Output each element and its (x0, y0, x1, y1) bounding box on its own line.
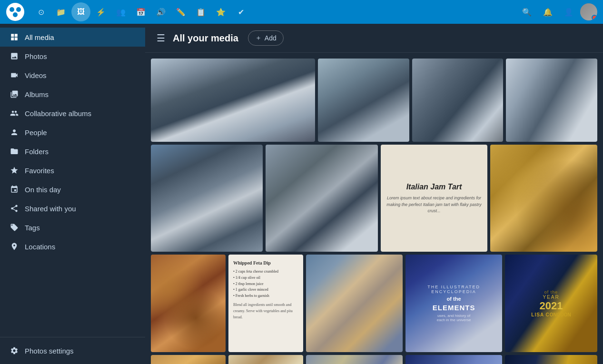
sidebar-item-albums[interactable]: Albums (0, 85, 145, 104)
photo-item[interactable] (266, 145, 377, 252)
sidebar-label-videos: Videos (25, 71, 47, 79)
photo-item[interactable]: Whipped Feta Dip • 2 cups feta cheese cr… (228, 255, 303, 352)
user-avatar[interactable] (580, 3, 597, 20)
sidebar-item-favorites[interactable]: Favorites (0, 161, 145, 180)
photo-item[interactable] (306, 255, 403, 352)
photo-item[interactable] (306, 355, 403, 364)
sidebar-item-all-media[interactable]: All media (0, 28, 145, 47)
photo-item[interactable] (490, 145, 597, 252)
collaborative-icon (10, 108, 19, 118)
star-icon (10, 166, 19, 175)
photo-item[interactable]: of the YEAR 2021 LISA CONGDON (505, 255, 597, 352)
nav-tasks[interactable]: ✔ (231, 2, 250, 21)
notifications-button[interactable]: 🔔 (538, 2, 557, 21)
sidebar-label-folders: Folders (25, 148, 49, 156)
top-navigation: ⊙ 📁 🖼 ⚡ 👥 📅 🔊 ✏️ 📋 ⭐ ✔ 🔍 🔔 👤 (0, 0, 603, 24)
nav-activity[interactable]: ⚡ (91, 2, 110, 21)
photo-row-4 (151, 355, 597, 364)
photo-item[interactable] (318, 59, 409, 142)
photo-row-3: Whipped Feta Dip • 2 cups feta cheese cr… (151, 255, 597, 352)
add-button[interactable]: ＋ Add (248, 30, 284, 46)
sidebar-label-collaborative-albums: Collaborative albums (25, 109, 91, 118)
nextcloud-logo[interactable] (6, 2, 25, 21)
main-content: ☰ All your media ＋ Add (145, 24, 603, 364)
sidebar-label-locations: Locations (25, 243, 55, 251)
photo-item[interactable] (151, 255, 226, 352)
sidebar-label-shared-with-you: Shared with you (25, 205, 76, 213)
avatar-status-badge (592, 15, 597, 20)
sidebar-label-all-media: All media (25, 33, 54, 41)
person-icon (10, 128, 19, 137)
sidebar-label-settings: Photos settings (25, 347, 74, 355)
tag-icon (10, 223, 19, 232)
sidebar-item-on-this-day[interactable]: On this day (0, 180, 145, 199)
sidebar-item-folders[interactable]: Folders (0, 142, 145, 161)
sidebar-bottom: Photos settings (0, 337, 145, 360)
sidebar-item-photos[interactable]: Photos (0, 47, 145, 66)
grid-icon (10, 32, 19, 42)
svg-point-0 (6, 3, 24, 21)
nav-office[interactable]: ✏️ (171, 2, 190, 21)
image-icon (10, 51, 19, 61)
share-icon (10, 204, 19, 213)
svg-point-1 (10, 7, 14, 12)
settings-icon (10, 346, 19, 355)
topnav-left: ⊙ 📁 🖼 ⚡ 👥 📅 🔊 ✏️ 📋 ⭐ ✔ (6, 2, 250, 21)
photo-item[interactable] (151, 145, 263, 252)
photo-item[interactable] (228, 355, 303, 364)
location-icon (10, 242, 19, 251)
photo-item[interactable] (412, 59, 504, 142)
sidebar-label-tags: Tags (25, 224, 40, 232)
photo-row-1 (151, 59, 597, 142)
main-header: ☰ All your media ＋ Add (145, 24, 603, 53)
nav-files2[interactable]: 📋 (191, 2, 210, 21)
photo-grid: Italian Jam Tart Lorem ipsum text about … (145, 53, 603, 364)
nav-files[interactable]: 📁 (51, 2, 70, 21)
nav-starred[interactable]: ⭐ (211, 2, 230, 21)
album-icon (10, 89, 19, 99)
photo-item[interactable] (151, 59, 315, 142)
sidebar-label-favorites: Favorites (25, 167, 54, 175)
photo-item[interactable] (506, 59, 597, 142)
toggle-menu-button[interactable]: ☰ (155, 30, 167, 46)
sidebar-item-locations[interactable]: Locations (0, 237, 145, 256)
svg-point-3 (13, 12, 18, 17)
add-label: Add (265, 34, 277, 42)
photo-item[interactable] (151, 355, 226, 364)
search-button[interactable]: 🔍 (517, 2, 536, 21)
nav-contacts[interactable]: 👥 (111, 2, 130, 21)
nav-icons: ⊙ 📁 🖼 ⚡ 👥 📅 🔊 ✏️ 📋 ⭐ ✔ (31, 2, 250, 21)
svg-point-2 (16, 7, 21, 12)
sidebar-item-settings[interactable]: Photos settings (0, 341, 145, 360)
page-title: All your media (173, 33, 238, 44)
plus-icon: ＋ (255, 34, 262, 42)
topnav-right: 🔍 🔔 👤 (517, 2, 597, 21)
nav-talk[interactable]: 🔊 (151, 2, 170, 21)
sidebar-item-tags[interactable]: Tags (0, 218, 145, 237)
sidebar-label-photos: Photos (25, 52, 47, 60)
nav-calendar[interactable]: 📅 (131, 2, 150, 21)
nav-photos[interactable]: 🖼 (71, 2, 90, 21)
photo-item[interactable] (405, 355, 502, 364)
sidebar: All media Photos Videos Albums Collabora… (0, 24, 145, 364)
folder-icon (10, 147, 19, 156)
sidebar-item-shared-with-you[interactable]: Shared with you (0, 199, 145, 218)
photo-item[interactable] (505, 355, 597, 364)
photo-row-2: Italian Jam Tart Lorem ipsum text about … (151, 145, 597, 252)
calendar-icon (10, 185, 19, 194)
video-icon (10, 70, 19, 80)
sidebar-item-videos[interactable]: Videos (0, 66, 145, 85)
sidebar-label-albums: Albums (25, 90, 49, 98)
sidebar-label-on-this-day: On this day (25, 186, 61, 194)
photo-item[interactable]: THE ILLUSTRATED ENCYCLOPEDIA of the ELEM… (405, 255, 502, 352)
photo-item[interactable]: Italian Jam Tart Lorem ipsum text about … (381, 145, 488, 252)
sidebar-item-people[interactable]: People (0, 123, 145, 142)
account-button[interactable]: 👤 (559, 2, 578, 21)
nav-dashboard[interactable]: ⊙ (31, 2, 50, 21)
sidebar-item-collaborative-albums[interactable]: Collaborative albums (0, 104, 145, 123)
sidebar-label-people: People (25, 128, 47, 137)
